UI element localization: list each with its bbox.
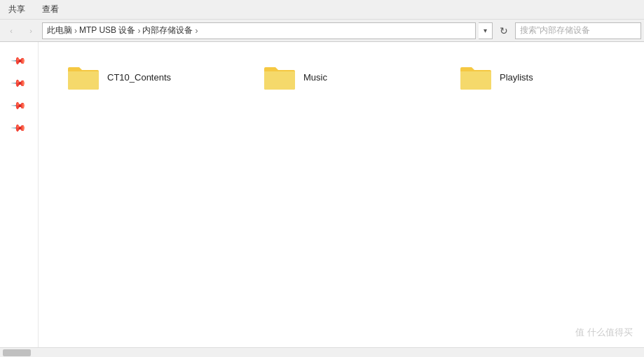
search-box[interactable]: 搜索"内部存储设备 [515, 22, 641, 39]
pin-icon-4: 📌 [9, 118, 29, 137]
breadcrumb: 此电脑 › MTP USB 设备 › 内部存储设备 › [42, 22, 476, 39]
forward-button[interactable]: › [22, 22, 39, 39]
folder-playlists[interactable]: Playlists [452, 56, 606, 98]
folder-music[interactable]: Music [256, 56, 410, 98]
folder-icon-music [263, 63, 296, 91]
sidebar: 📌 📌 📌 📌 [0, 42, 39, 347]
folder-icon-ct10 [67, 63, 100, 91]
folder-grid: CT10_Contents Music [60, 56, 623, 98]
folder-icon-playlists [459, 63, 493, 91]
search-placeholder: 搜索"内部存储设备 [520, 24, 590, 36]
breadcrumb-sep-3: › [195, 26, 198, 36]
folder-label-playlists: Playlists [500, 72, 533, 83]
content-area: 📌 📌 📌 📌 CT10_Contents [0, 42, 644, 347]
breadcrumb-sep-1: › [74, 26, 77, 36]
pin-icon-1: 📌 [9, 50, 29, 70]
pin-icon-2: 📌 [9, 73, 29, 92]
scroll-thumb[interactable] [3, 349, 31, 356]
folder-ct10-contents[interactable]: CT10_Contents [60, 56, 214, 98]
breadcrumb-internal-storage[interactable]: 内部存储设备 [142, 24, 193, 36]
pin-icon-3: 📌 [9, 95, 29, 115]
breadcrumb-mtp-usb[interactable]: MTP USB 设备 [79, 24, 135, 36]
breadcrumb-sep-2: › [137, 26, 140, 36]
address-bar: ‹ › 此电脑 › MTP USB 设备 › 内部存储设备 › ▾ ↻ 搜索"内… [0, 20, 644, 42]
watermark: 值 什么值得买 [575, 326, 633, 339]
folder-label-ct10: CT10_Contents [107, 72, 171, 83]
menu-view[interactable]: 查看 [39, 2, 62, 17]
back-button[interactable]: ‹ [3, 22, 20, 39]
breadcrumb-this-pc[interactable]: 此电脑 [47, 24, 72, 36]
menu-bar: 共享 查看 [0, 0, 644, 20]
folder-label-music: Music [303, 72, 327, 83]
watermark-text: 什么值得买 [587, 326, 633, 339]
watermark-symbol: 值 [575, 326, 584, 339]
refresh-button[interactable]: ↻ [495, 22, 512, 39]
bottom-scrollbar[interactable] [0, 347, 644, 357]
address-dropdown[interactable]: ▾ [479, 22, 493, 39]
menu-share[interactable]: 共享 [6, 2, 28, 17]
file-area: CT10_Contents Music [39, 42, 644, 347]
